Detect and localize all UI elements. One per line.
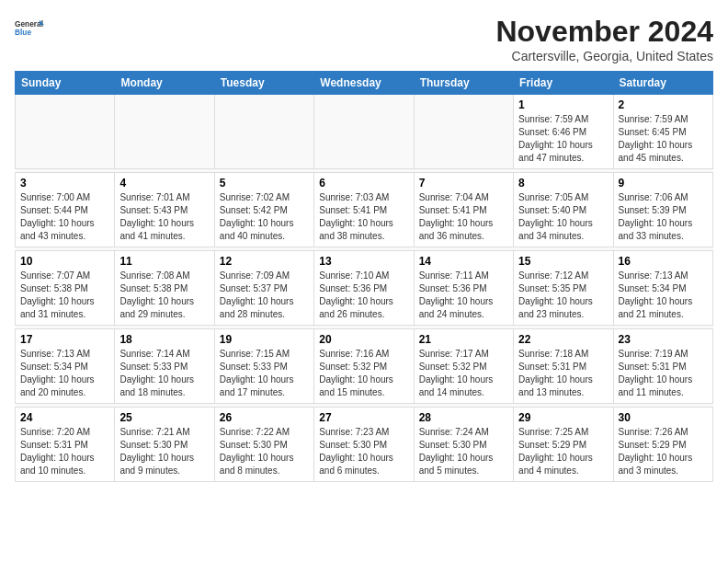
day-info: Sunrise: 7:13 AM Sunset: 5:34 PM Dayligh…	[20, 348, 109, 399]
calendar-day: 27Sunrise: 7:23 AM Sunset: 5:30 PM Dayli…	[314, 408, 414, 482]
day-number: 4	[119, 177, 209, 190]
calendar-day: 24Sunrise: 7:20 AM Sunset: 5:31 PM Dayli…	[16, 408, 115, 482]
day-number: 1	[518, 98, 608, 111]
day-info: Sunrise: 7:13 AM Sunset: 5:34 PM Dayligh…	[619, 270, 708, 321]
day-info: Sunrise: 7:59 AM Sunset: 6:46 PM Dayligh…	[518, 113, 608, 165]
day-info: Sunrise: 7:07 AM Sunset: 5:38 PM Dayligh…	[20, 270, 109, 321]
calendar-day: 11Sunrise: 7:08 AM Sunset: 5:38 PM Dayli…	[115, 251, 214, 326]
day-number: 28	[419, 411, 508, 424]
calendar-day: 28Sunrise: 7:24 AM Sunset: 5:30 PM Dayli…	[414, 408, 513, 482]
header-friday: Friday	[514, 72, 613, 95]
header-area: General Blue November 2024 Cartersville,…	[15, 15, 713, 63]
calendar-day	[115, 95, 214, 169]
day-info: Sunrise: 7:26 AM Sunset: 5:29 PM Dayligh…	[619, 426, 708, 477]
day-number: 13	[319, 255, 408, 268]
day-number: 20	[319, 333, 408, 346]
svg-text:Blue: Blue	[15, 28, 31, 37]
day-number: 11	[119, 255, 209, 268]
day-number: 14	[419, 255, 508, 268]
calendar-day: 26Sunrise: 7:22 AM Sunset: 5:30 PM Dayli…	[214, 408, 313, 482]
day-info: Sunrise: 7:05 AM Sunset: 5:40 PM Dayligh…	[518, 191, 608, 243]
day-info: Sunrise: 7:25 AM Sunset: 5:29 PM Dayligh…	[518, 426, 608, 477]
calendar-day: 16Sunrise: 7:13 AM Sunset: 5:34 PM Dayli…	[613, 251, 712, 326]
day-number: 16	[619, 255, 708, 268]
day-number: 30	[619, 411, 708, 424]
day-number: 2	[619, 98, 708, 111]
day-number: 25	[119, 411, 209, 424]
calendar-day	[414, 95, 513, 169]
day-number: 5	[220, 177, 309, 190]
location: Cartersville, Georgia, United States	[495, 49, 713, 63]
calendar-day	[314, 95, 414, 169]
title-area: November 2024 Cartersville, Georgia, Uni…	[495, 15, 713, 63]
calendar-day: 9Sunrise: 7:06 AM Sunset: 5:39 PM Daylig…	[613, 173, 712, 247]
calendar-day: 10Sunrise: 7:07 AM Sunset: 5:38 PM Dayli…	[16, 251, 115, 326]
day-info: Sunrise: 7:24 AM Sunset: 5:30 PM Dayligh…	[419, 426, 508, 477]
calendar-day: 30Sunrise: 7:26 AM Sunset: 5:29 PM Dayli…	[613, 408, 712, 482]
calendar-day: 6Sunrise: 7:03 AM Sunset: 5:41 PM Daylig…	[314, 173, 414, 247]
day-number: 19	[220, 333, 309, 346]
day-info: Sunrise: 7:09 AM Sunset: 5:37 PM Dayligh…	[220, 270, 309, 321]
day-info: Sunrise: 7:59 AM Sunset: 6:45 PM Dayligh…	[619, 113, 708, 165]
day-info: Sunrise: 7:14 AM Sunset: 5:33 PM Dayligh…	[119, 348, 209, 399]
day-number: 8	[518, 177, 608, 190]
day-number: 23	[619, 333, 708, 346]
day-info: Sunrise: 7:06 AM Sunset: 5:39 PM Dayligh…	[619, 191, 708, 243]
calendar-week-row: 1Sunrise: 7:59 AM Sunset: 6:46 PM Daylig…	[16, 95, 713, 169]
calendar-day: 4Sunrise: 7:01 AM Sunset: 5:43 PM Daylig…	[115, 173, 214, 247]
calendar-header-row: Sunday Monday Tuesday Wednesday Thursday…	[16, 72, 713, 95]
calendar-week-row: 3Sunrise: 7:00 AM Sunset: 5:44 PM Daylig…	[16, 173, 713, 247]
day-info: Sunrise: 7:10 AM Sunset: 5:36 PM Dayligh…	[319, 270, 408, 321]
calendar-day: 12Sunrise: 7:09 AM Sunset: 5:37 PM Dayli…	[214, 251, 313, 326]
calendar-day	[16, 95, 115, 169]
day-number: 12	[220, 255, 309, 268]
calendar-day: 17Sunrise: 7:13 AM Sunset: 5:34 PM Dayli…	[16, 329, 115, 404]
day-info: Sunrise: 7:16 AM Sunset: 5:32 PM Dayligh…	[319, 348, 408, 399]
calendar: Sunday Monday Tuesday Wednesday Thursday…	[15, 71, 713, 482]
day-info: Sunrise: 7:21 AM Sunset: 5:30 PM Dayligh…	[119, 426, 209, 477]
day-info: Sunrise: 7:12 AM Sunset: 5:35 PM Dayligh…	[518, 270, 608, 321]
day-number: 29	[518, 411, 608, 424]
day-number: 22	[518, 333, 608, 346]
day-info: Sunrise: 7:08 AM Sunset: 5:38 PM Dayligh…	[119, 270, 209, 321]
calendar-day: 3Sunrise: 7:00 AM Sunset: 5:44 PM Daylig…	[16, 173, 115, 247]
calendar-week-row: 17Sunrise: 7:13 AM Sunset: 5:34 PM Dayli…	[16, 329, 713, 404]
day-number: 15	[518, 255, 608, 268]
day-info: Sunrise: 7:02 AM Sunset: 5:42 PM Dayligh…	[220, 191, 309, 243]
day-number: 3	[20, 177, 109, 190]
calendar-day: 8Sunrise: 7:05 AM Sunset: 5:40 PM Daylig…	[514, 173, 613, 247]
day-info: Sunrise: 7:22 AM Sunset: 5:30 PM Dayligh…	[220, 426, 309, 477]
day-info: Sunrise: 7:04 AM Sunset: 5:41 PM Dayligh…	[419, 191, 508, 243]
calendar-day: 25Sunrise: 7:21 AM Sunset: 5:30 PM Dayli…	[115, 408, 214, 482]
day-number: 26	[220, 411, 309, 424]
day-info: Sunrise: 7:11 AM Sunset: 5:36 PM Dayligh…	[419, 270, 508, 321]
calendar-day: 15Sunrise: 7:12 AM Sunset: 5:35 PM Dayli…	[514, 251, 613, 326]
day-info: Sunrise: 7:23 AM Sunset: 5:30 PM Dayligh…	[319, 426, 408, 477]
calendar-day: 19Sunrise: 7:15 AM Sunset: 5:33 PM Dayli…	[214, 329, 313, 404]
day-number: 27	[319, 411, 408, 424]
day-number: 10	[20, 255, 109, 268]
day-info: Sunrise: 7:03 AM Sunset: 5:41 PM Dayligh…	[319, 191, 408, 243]
calendar-day: 22Sunrise: 7:18 AM Sunset: 5:31 PM Dayli…	[514, 329, 613, 404]
day-info: Sunrise: 7:19 AM Sunset: 5:31 PM Dayligh…	[619, 348, 708, 399]
calendar-day: 29Sunrise: 7:25 AM Sunset: 5:29 PM Dayli…	[514, 408, 613, 482]
header-thursday: Thursday	[414, 72, 513, 95]
calendar-day: 5Sunrise: 7:02 AM Sunset: 5:42 PM Daylig…	[214, 173, 313, 247]
calendar-day: 2Sunrise: 7:59 AM Sunset: 6:45 PM Daylig…	[613, 95, 712, 169]
header-sunday: Sunday	[16, 72, 115, 95]
month-title: November 2024	[495, 15, 713, 49]
day-number: 24	[20, 411, 109, 424]
calendar-day: 21Sunrise: 7:17 AM Sunset: 5:32 PM Dayli…	[414, 329, 513, 404]
day-number: 21	[419, 333, 508, 346]
calendar-day: 7Sunrise: 7:04 AM Sunset: 5:41 PM Daylig…	[414, 173, 513, 247]
day-number: 9	[619, 177, 708, 190]
day-number: 6	[319, 177, 408, 190]
calendar-week-row: 24Sunrise: 7:20 AM Sunset: 5:31 PM Dayli…	[16, 408, 713, 482]
calendar-day	[214, 95, 313, 169]
header-tuesday: Tuesday	[214, 72, 313, 95]
calendar-day: 18Sunrise: 7:14 AM Sunset: 5:33 PM Dayli…	[115, 329, 214, 404]
calendar-day: 23Sunrise: 7:19 AM Sunset: 5:31 PM Dayli…	[613, 329, 712, 404]
header-wednesday: Wednesday	[314, 72, 414, 95]
day-info: Sunrise: 7:20 AM Sunset: 5:31 PM Dayligh…	[20, 426, 109, 477]
day-info: Sunrise: 7:15 AM Sunset: 5:33 PM Dayligh…	[220, 348, 309, 399]
